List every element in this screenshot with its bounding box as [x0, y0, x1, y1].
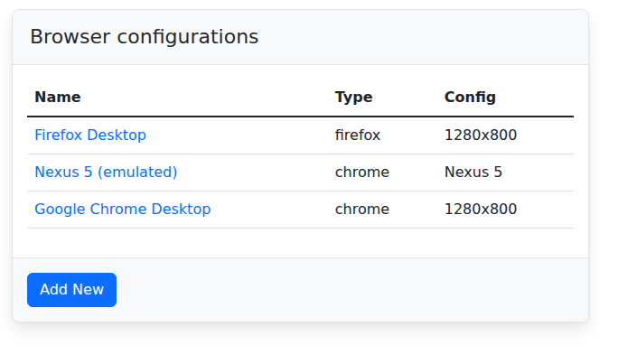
table-head: Name Type Config	[27, 79, 574, 117]
name-cell: Google Chrome Desktop	[27, 191, 328, 229]
table-body: Firefox Desktop firefox 1280x800 Nexus 5…	[27, 117, 574, 229]
config-name-link[interactable]: Google Chrome Desktop	[34, 201, 211, 218]
column-header-name: Name	[27, 79, 328, 117]
type-cell: firefox	[328, 117, 437, 154]
page-title: Browser configurations	[30, 23, 571, 51]
header-row: Name Type Config	[27, 79, 574, 117]
add-new-button[interactable]: Add New	[27, 273, 117, 307]
config-cell: Nexus 5	[437, 154, 574, 191]
browser-configurations-card: Browser configurations Name Type Config …	[12, 9, 589, 322]
card-footer: Add New	[13, 257, 588, 322]
card-body: Name Type Config Firefox Desktop firefox…	[13, 65, 588, 257]
table-row: Firefox Desktop firefox 1280x800	[27, 117, 574, 154]
name-cell: Nexus 5 (emulated)	[27, 154, 328, 191]
name-cell: Firefox Desktop	[27, 117, 328, 154]
browser-config-table: Name Type Config Firefox Desktop firefox…	[27, 79, 574, 229]
card-header: Browser configurations	[13, 10, 588, 65]
table-row: Nexus 5 (emulated) chrome Nexus 5	[27, 154, 574, 191]
table-row: Google Chrome Desktop chrome 1280x800	[27, 191, 574, 229]
config-name-link[interactable]: Firefox Desktop	[34, 126, 146, 144]
type-cell: chrome	[328, 191, 437, 229]
type-cell: chrome	[328, 154, 437, 191]
config-cell: 1280x800	[437, 117, 574, 154]
config-name-link[interactable]: Nexus 5 (emulated)	[34, 163, 177, 181]
config-cell: 1280x800	[437, 191, 574, 229]
column-header-type: Type	[328, 79, 437, 117]
column-header-config: Config	[437, 79, 574, 117]
